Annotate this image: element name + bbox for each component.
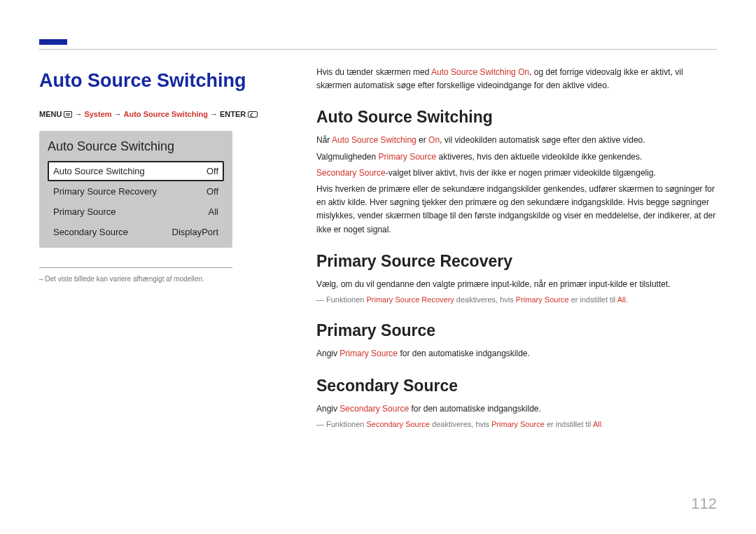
text: Valgmuligheden [316,152,379,162]
text-highlight: Primary Source [516,295,569,304]
text: Funktionen [326,420,366,428]
text: . [626,295,628,304]
text: Angiv [316,404,340,414]
text: er indstillet til [569,295,617,304]
text: , vil videokilden automatisk søge efter … [440,135,645,145]
text: Hvis du tænder skærmen med [316,67,431,77]
panel-row-primary-source[interactable]: Primary Source All [48,202,224,222]
text-highlight: All [617,295,626,304]
arrow-icon: → [210,110,218,118]
panel-row-primary-source-recovery[interactable]: Primary Source Recovery Off [48,181,224,202]
text-highlight: All [593,420,601,428]
text-highlight: Primary Source [491,420,545,428]
left-divider [39,267,232,268]
enter-label: ENTER [220,110,246,118]
panel-row-value: DisplayPort [172,227,218,237]
section-heading-primary-source: Primary Source [316,321,717,340]
text: -valget bliver aktivt, hvis der ikke er … [386,168,656,178]
section-heading-secondary-source: Secondary Source [316,377,717,395]
text-highlight: Auto Source Switching [332,135,416,145]
panel-row-label: Secondary Source [53,227,128,237]
panel-row-label: Primary Source Recovery [53,186,157,197]
left-column: Auto Source Switching MENU → System → Au… [39,70,263,283]
panel-row-value: Off [206,186,218,197]
panel-row-value: All [209,206,218,217]
text: Funktionen [326,295,366,304]
body-paragraph: Når Auto Source Switching er On, vil vid… [316,134,717,147]
menu-label: MENU [39,110,62,118]
header-accent-bar [39,39,67,45]
text: . [601,420,603,428]
body-paragraph: Valgmuligheden Primary Source aktiveres,… [316,150,717,164]
note-line: Funktionen Secondary Source deaktiveres,… [316,419,717,431]
text: Angiv [316,349,340,358]
body-paragraph: Secondary Source-valget bliver aktivt, h… [316,167,717,180]
text: deaktiveres, hvis [454,295,516,304]
model-footnote: – Det viste billede kan variere afhængig… [39,275,263,283]
note-line: Funktionen Primary Source Recovery deakt… [316,294,717,307]
body-paragraph: Angiv Secondary Source for den automatis… [316,402,717,416]
text-highlight: Primary Source [340,349,398,358]
header-rule [39,49,717,50]
panel-row-secondary-source[interactable]: Secondary Source DisplayPort [48,222,224,242]
section-heading-auto-source-switching: Auto Source Switching [316,108,717,127]
body-paragraph: Vælg, om du vil gendanne den valgte prim… [316,278,717,291]
menu-path-item: Auto Source Switching [124,110,208,118]
panel-row-auto-source-switching[interactable]: Auto Source Switching Off [48,161,224,181]
enter-icon [248,111,258,118]
panel-row-label: Auto Source Switching [53,166,145,176]
text-highlight: Secondary Source [340,404,409,414]
arrow-icon: → [114,110,122,118]
text: er indstillet til [545,420,593,428]
text: for den automatiske indgangskilde. [398,349,530,358]
panel-row-value: Off [206,166,218,176]
right-column: Hvis du tænder skærmen med Auto Source S… [316,66,717,430]
intro-paragraph: Hvis du tænder skærmen med Auto Source S… [316,66,717,92]
page-number: 112 [691,495,717,513]
text: aktiveres, hvis den aktuelle videokilde … [436,152,642,162]
text: Når [316,135,332,145]
text: for den automatiske indgangskilde. [409,404,541,414]
section-heading-primary-source-recovery: Primary Source Recovery [316,252,717,271]
text-highlight: Secondary Source [316,168,386,178]
menu-path-system: System [84,110,111,118]
page-title: Auto Source Switching [39,70,263,92]
settings-panel: Auto Source Switching Auto Source Switch… [39,131,232,248]
text: er [416,135,428,145]
text-highlight: Secondary Source [366,420,430,428]
panel-row-label: Primary Source [53,206,116,217]
text-highlight: Primary Source Recovery [366,295,454,304]
text-highlight: Auto Source Switching On [431,67,529,77]
arrow-icon: → [74,110,82,118]
text-highlight: On [428,135,440,145]
menu-path: MENU → System → Auto Source Switching → … [39,110,263,118]
panel-heading: Auto Source Switching [48,139,224,154]
text-highlight: Primary Source [379,152,437,162]
body-paragraph: Hvis hverken de primære eller de sekundæ… [316,183,717,237]
text: deaktiveres, hvis [430,420,491,428]
menu-icon [64,111,72,118]
body-paragraph: Angiv Primary Source for den automatiske… [316,347,717,360]
